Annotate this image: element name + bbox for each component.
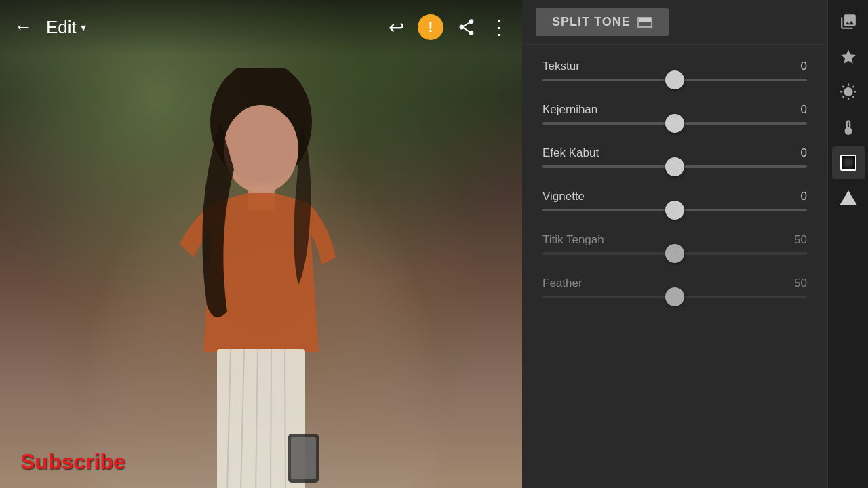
subscribe-label: Subscribe	[20, 449, 125, 474]
kejernihan-value: 0	[801, 103, 807, 117]
kejernihan-track[interactable]	[542, 122, 807, 125]
temperature-icon-button[interactable]	[832, 111, 865, 144]
tekstur-value: 0	[801, 60, 807, 73]
image-panel: ← Edit ▾ ↩ ! ⋮ Subscribe	[0, 0, 522, 488]
titik-tengah-track[interactable]	[542, 252, 807, 255]
efek-kabut-label: Efek Kabut	[542, 146, 599, 160]
vignette-icon-button[interactable]	[832, 146, 865, 179]
tekstur-track[interactable]	[542, 79, 807, 81]
vignette-label: Vignette	[542, 190, 585, 203]
split-tone-button[interactable]: SPLIT TONE	[536, 8, 669, 36]
vignette-slider-row: Vignette 0	[522, 182, 827, 225]
vignette-track[interactable]	[542, 209, 807, 211]
titik-tengah-label: Titik Tengah	[542, 233, 604, 247]
icon-sidebar	[827, 0, 868, 488]
split-tone-label: SPLIT TONE	[552, 15, 631, 29]
share-button[interactable]	[457, 18, 476, 37]
efek-kabut-value: 0	[801, 146, 807, 160]
titik-tengah-value: 50	[794, 233, 807, 247]
warning-icon[interactable]: !	[418, 14, 443, 40]
back-button[interactable]: ←	[14, 16, 33, 38]
vignette-thumb[interactable]	[665, 201, 684, 220]
svg-rect-10	[291, 437, 316, 479]
efek-kabut-thumb[interactable]	[665, 157, 684, 176]
feather-label: Feather	[542, 277, 583, 290]
svg-line-7	[271, 349, 271, 488]
kejernihan-slider-row: Kejernihan 0	[522, 95, 827, 138]
brightness-icon-button[interactable]	[832, 76, 865, 108]
kejernihan-thumb[interactable]	[665, 114, 684, 133]
tekstur-thumb[interactable]	[665, 70, 684, 89]
titik-tengah-slider-row: Titik Tengah 50	[522, 225, 827, 268]
edit-menu[interactable]: Edit ▾	[46, 17, 86, 38]
titik-tengah-thumb[interactable]	[665, 244, 684, 263]
kejernihan-label: Kejernihan	[542, 103, 597, 117]
undo-button[interactable]: ↩	[389, 16, 404, 39]
enhance-icon-button[interactable]	[832, 41, 865, 73]
svg-line-8	[285, 349, 285, 488]
vignette-icon	[840, 155, 856, 171]
triangle-icon	[840, 190, 857, 205]
top-toolbar: ← Edit ▾ ↩ ! ⋮	[0, 0, 522, 54]
controls-panel: SPLIT TONE Tekstur 0	[522, 0, 827, 488]
dropdown-arrow: ▾	[81, 21, 86, 34]
vignette-value: 0	[801, 190, 807, 203]
more-options-button[interactable]: ⋮	[490, 16, 509, 39]
tekstur-slider-row: Tekstur 0	[522, 52, 827, 95]
feather-slider-row: Feather 50	[522, 268, 827, 298]
split-tone-icon	[637, 17, 652, 28]
sliders-section: Tekstur 0 Kejernihan 0	[522, 45, 827, 305]
efek-kabut-slider-row: Efek Kabut 0	[522, 138, 827, 182]
edit-label: Edit	[46, 17, 77, 38]
person-silhouette	[153, 68, 370, 488]
right-panel: SPLIT TONE Tekstur 0	[522, 0, 868, 488]
split-tone-header: SPLIT TONE	[522, 0, 827, 45]
feather-track[interactable]	[542, 296, 807, 298]
select-shape-icon-button[interactable]	[832, 182, 865, 214]
feather-value: 50	[794, 277, 807, 290]
svg-point-1	[224, 105, 298, 193]
gallery-icon-button[interactable]	[832, 5, 865, 38]
feather-thumb[interactable]	[665, 287, 684, 306]
tekstur-label: Tekstur	[542, 60, 580, 73]
efek-kabut-track[interactable]	[542, 165, 807, 168]
